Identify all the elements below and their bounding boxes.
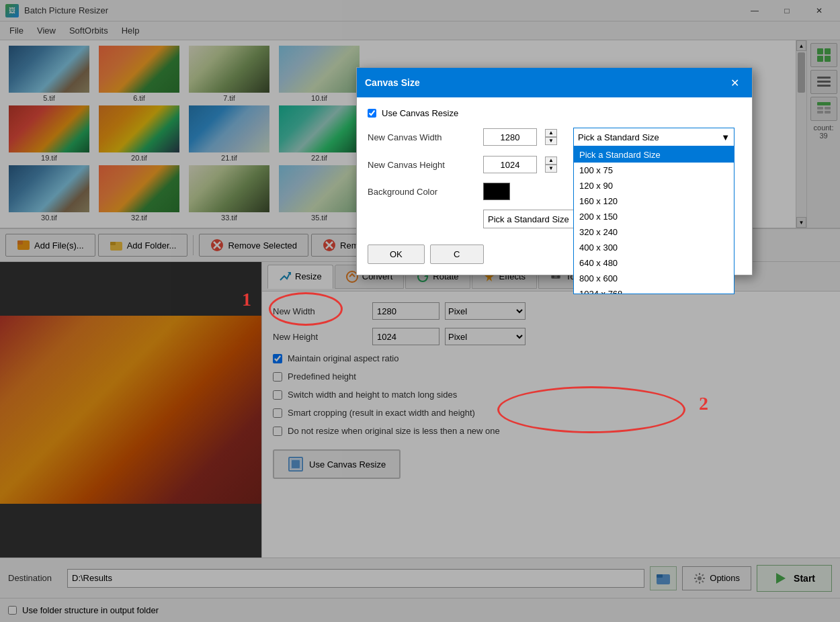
canvas-width-spinner: ▲ ▼ xyxy=(545,129,557,145)
modal-ok-button[interactable]: OK xyxy=(368,245,425,264)
canvas-size-modal: Canvas Size ✕ Use Canvas Resize New Canv… xyxy=(356,67,753,275)
canvas-height-up[interactable]: ▲ xyxy=(545,157,557,165)
canvas-height-down[interactable]: ▼ xyxy=(545,165,557,173)
standard-size-dropdown-area: Pick a Standard Size ▼ Pick a Standard S… xyxy=(573,128,734,146)
dropdown-item-120x90[interactable]: 120 x 90 xyxy=(574,178,734,193)
canvas-width-down[interactable]: ▼ xyxy=(545,137,557,145)
canvas-width-up[interactable]: ▲ xyxy=(545,129,557,137)
modal-header: Canvas Size ✕ xyxy=(357,68,752,97)
canvas-width-label: New Canvas Width xyxy=(368,132,475,142)
dropdown-item-320x240[interactable]: 320 x 240 xyxy=(574,224,734,240)
standard-size-list: Pick a Standard Size 100 x 75 120 x 90 1… xyxy=(573,146,734,294)
canvas-height-label: New Canvas Height xyxy=(368,160,475,170)
canvas-width-input[interactable] xyxy=(483,128,537,146)
modal-close-button[interactable]: ✕ xyxy=(725,73,744,92)
dropdown-arrow-icon: ▼ xyxy=(721,132,730,142)
dropdown-item-200x150[interactable]: 200 x 150 xyxy=(574,209,734,224)
dropdown-selected-label: Pick a Standard Size xyxy=(578,132,659,142)
dropdown-item-160x120[interactable]: 160 x 120 xyxy=(574,193,734,209)
bottom-dropdown-label: Pick a Standard Size xyxy=(488,214,569,224)
modal-cancel-button[interactable]: C xyxy=(430,245,484,264)
dropdown-item-1024x768[interactable]: 1024 x 768 xyxy=(574,286,734,294)
standard-size-select[interactable]: Pick a Standard Size ▼ xyxy=(573,128,734,146)
dropdown-item-800x600[interactable]: 800 x 600 xyxy=(574,271,734,286)
background-color-picker[interactable] xyxy=(483,183,510,200)
modal-body: Use Canvas Resize New Canvas Width ▲ ▼ P… xyxy=(357,97,752,239)
dropdown-item-pick[interactable]: Pick a Standard Size xyxy=(574,147,734,163)
canvas-height-spinner: ▲ ▼ xyxy=(545,157,557,173)
modal-title: Canvas Size xyxy=(365,77,420,88)
dropdown-container: Pick a Standard Size ▼ Pick a Standard S… xyxy=(573,128,734,146)
dropdown-item-100x75[interactable]: 100 x 75 xyxy=(574,163,734,178)
use-canvas-checkbox-row: Use Canvas Resize xyxy=(368,108,741,118)
canvas-width-row: New Canvas Width ▲ ▼ Pick a Standard Siz… xyxy=(368,128,741,146)
use-canvas-checkbox[interactable] xyxy=(368,109,376,118)
background-color-label: Background Color xyxy=(368,187,475,197)
dropdown-item-400x300[interactable]: 400 x 300 xyxy=(574,240,734,255)
dropdown-item-640x480[interactable]: 640 x 480 xyxy=(574,255,734,271)
use-canvas-label: Use Canvas Resize xyxy=(382,108,458,118)
canvas-height-input[interactable] xyxy=(483,156,537,173)
